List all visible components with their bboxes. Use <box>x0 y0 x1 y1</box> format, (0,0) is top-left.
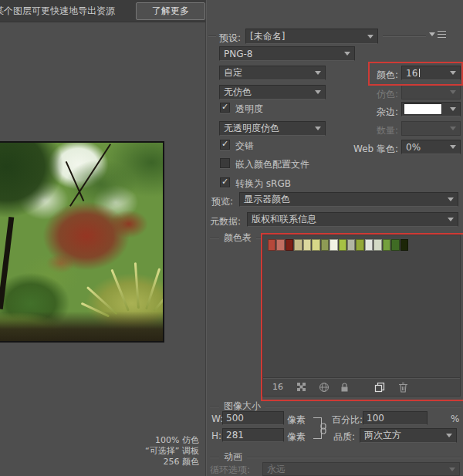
matte-select[interactable] <box>401 102 461 116</box>
metadata-value: 版权和联系信息 <box>252 213 316 226</box>
loop-options-label: 循环选项: <box>210 464 250 476</box>
lock-swatch-icon[interactable] <box>339 381 350 393</box>
color-swatch[interactable] <box>383 239 390 251</box>
interlaced-checkbox[interactable] <box>220 140 230 150</box>
color-table-title: 颜色表 <box>224 231 252 245</box>
animation-title: 动画 <box>224 451 242 464</box>
chevron-down-icon <box>450 107 456 111</box>
tree-branch <box>66 161 85 201</box>
color-swatch[interactable] <box>400 239 408 251</box>
chain-link-icon[interactable] <box>319 423 327 437</box>
width-input[interactable] <box>222 411 284 425</box>
dither-swatch-icon[interactable] <box>296 381 307 393</box>
preset-value: [未命名] <box>250 30 285 43</box>
transparency-checkbox[interactable] <box>220 103 230 113</box>
embed-profile-checkbox[interactable] <box>220 158 230 168</box>
color-swatch[interactable] <box>286 239 293 251</box>
chevron-down-icon <box>450 90 456 94</box>
color-swatch[interactable] <box>303 239 311 251</box>
color-swatch[interactable] <box>312 239 319 251</box>
chevron-down-icon <box>446 434 452 437</box>
reduction-value: 自定 <box>224 66 242 79</box>
chevron-down-icon <box>449 468 455 471</box>
divider <box>383 35 426 37</box>
palette-status: “可选择” 调板 <box>83 446 199 457</box>
panel-menu-icon[interactable] <box>429 31 446 38</box>
height-unit: 像素 <box>287 430 306 444</box>
format-value: PNG-8 <box>224 49 252 59</box>
color-swatch[interactable] <box>330 239 337 251</box>
percent-input[interactable] <box>363 411 428 425</box>
width-unit: 像素 <box>287 414 306 427</box>
delete-swatch-icon[interactable] <box>397 381 409 393</box>
color-swatch[interactable] <box>373 239 381 251</box>
color-swatch[interactable] <box>268 239 275 251</box>
convert-srgb-checkbox[interactable] <box>220 177 230 187</box>
format-select[interactable]: PNG-8 <box>219 46 355 61</box>
chevron-down-icon <box>448 218 454 221</box>
transparency-dither-value: 无透明度仿色 <box>224 122 279 135</box>
image-preview[interactable] <box>0 141 164 343</box>
web-snap-select[interactable]: 0% <box>401 140 461 154</box>
transparency-label: 透明度 <box>235 103 263 116</box>
color-swatch[interactable] <box>391 239 399 251</box>
color-swatch[interactable] <box>294 239 302 251</box>
transparency-dither-select[interactable]: 无透明度仿色 <box>219 121 326 136</box>
preset-label: 预设: <box>219 32 241 45</box>
chevron-down-icon <box>315 90 321 94</box>
colors-value: 16 <box>406 68 417 79</box>
learn-more-button[interactable]: 了解更多 <box>136 2 205 20</box>
divider <box>265 406 461 407</box>
divider <box>210 406 219 407</box>
percent-unit: % <box>451 414 459 424</box>
embed-profile-label: 嵌入颜色配置文件 <box>235 158 309 171</box>
color-swatch[interactable] <box>321 239 329 251</box>
convert-srgb-label: 转换为 sRGB <box>235 177 291 191</box>
color-swatch[interactable] <box>339 239 346 251</box>
web-snap-label: Web 靠色: <box>343 143 398 156</box>
triangle-icon <box>429 32 435 36</box>
text-caret <box>419 69 420 77</box>
quality-label: 品质: <box>333 430 355 444</box>
amount-select <box>401 121 461 136</box>
divider <box>247 457 461 458</box>
new-swatch-icon[interactable] <box>373 381 385 393</box>
preview-mode-label: 预览: <box>211 195 233 208</box>
color-count: 16 <box>272 382 283 392</box>
height-input[interactable] <box>222 428 284 442</box>
interlaced-label: 交错 <box>235 140 254 153</box>
preview-mode-select[interactable]: 显示器颜色 <box>239 192 458 207</box>
swatch-strip <box>268 239 408 251</box>
loop-options-value: 永远 <box>267 463 286 476</box>
color-table-footer: 16 <box>263 377 460 396</box>
metadata-select[interactable]: 版权和联系信息 <box>247 212 458 227</box>
dither-select <box>401 85 461 100</box>
chevron-down-icon <box>450 127 456 130</box>
amount-label: 数量: <box>364 124 398 137</box>
preset-select[interactable]: [未命名] <box>245 29 378 44</box>
chevron-down-icon <box>315 127 321 130</box>
loop-options-select: 永远 <box>262 462 460 476</box>
leaf <box>110 269 130 312</box>
menu-bars-icon <box>438 31 446 38</box>
percent-label: 百分比: <box>332 414 363 427</box>
tree-trunk <box>0 217 14 309</box>
dither-method-select[interactable]: 无仿色 <box>219 85 326 100</box>
color-swatch[interactable] <box>356 239 363 251</box>
color-swatch[interactable] <box>276 239 284 251</box>
web-shift-swatch-icon[interactable] <box>318 381 330 393</box>
divider <box>210 238 219 239</box>
colors-select[interactable]: 16 <box>401 66 461 80</box>
chevron-down-icon <box>448 197 454 201</box>
width-label: W: <box>211 414 223 424</box>
colors-label: 颜色: <box>372 69 398 82</box>
chevron-down-icon <box>344 52 350 56</box>
dither-label: 仿色: <box>364 88 398 101</box>
color-swatch[interactable] <box>365 239 373 251</box>
dither-status: 100% 仿色 <box>83 435 199 446</box>
quality-select[interactable]: 两次立方 <box>360 428 457 443</box>
color-swatch[interactable] <box>347 239 355 251</box>
leaf <box>86 286 118 315</box>
color-reduction-select[interactable]: 自定 <box>219 66 326 80</box>
chevron-down-icon <box>315 71 321 75</box>
